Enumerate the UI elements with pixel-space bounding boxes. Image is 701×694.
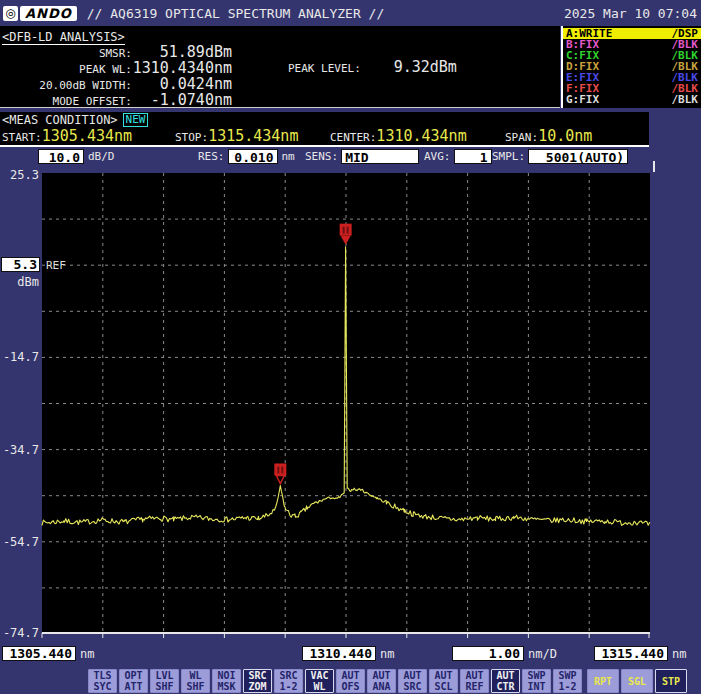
spectrum-plot: REF bbox=[42, 173, 650, 634]
softkey-swp-1-2[interactable]: SWP1-2 bbox=[553, 669, 582, 693]
meas-field: SPAN: 10.0nm bbox=[505, 127, 592, 145]
softkey-label-line2: INT bbox=[523, 681, 550, 692]
softkey-label-line1: OPT bbox=[120, 670, 147, 681]
meas-field: CENTER:1310.434nm bbox=[330, 127, 467, 145]
analysis-result-label: MODE OFFSET: bbox=[0, 95, 132, 108]
ando-logo-text: ANDO bbox=[20, 6, 77, 21]
page-title: // AQ6319 OPTICAL SPECTRUM ANALYZER // bbox=[87, 6, 384, 21]
main-peak-marker-icon bbox=[340, 224, 352, 245]
softkey-noi-msk[interactable]: NOIMSK bbox=[212, 669, 241, 693]
softkey-aut-ana[interactable]: AUTANA bbox=[367, 669, 396, 693]
meas-field-value: 1310.434nm bbox=[376, 127, 466, 145]
y-axis-unit: dBm bbox=[0, 275, 39, 289]
meas-condition-title: <MEAS CONDITION> bbox=[2, 113, 118, 127]
avg-field[interactable]: 1 bbox=[454, 149, 492, 164]
trace-name: G:FIX bbox=[566, 94, 599, 105]
softkey-label-line1: AUT bbox=[337, 670, 364, 681]
meas-field-label: SPAN: bbox=[505, 131, 538, 144]
softkey-opt-att[interactable]: OPTATT bbox=[119, 669, 148, 693]
peak-level-value: 9.32dBm bbox=[361, 58, 457, 76]
x-axis-row: 1305.440 nm 1310.440 nm 1.00 nm/D 1315.4… bbox=[0, 646, 701, 664]
meas-field-label: STOP: bbox=[175, 131, 208, 144]
meas-field-label: START: bbox=[2, 131, 42, 144]
trace-status-row[interactable]: G:FIX/BLK bbox=[563, 94, 701, 105]
x-end-cluster: 1315.440 nm bbox=[594, 646, 686, 661]
softkey-rpt[interactable]: RPT bbox=[587, 669, 619, 693]
softkey-src-zom[interactable]: SRCZOM bbox=[243, 669, 272, 693]
smpl-label: SMPL: bbox=[492, 150, 525, 163]
osa-screen: ◎ ANDO // AQ6319 OPTICAL SPECTRUM ANALYZ… bbox=[0, 0, 701, 694]
start-wl-field[interactable]: 1305.440 bbox=[2, 646, 76, 661]
softkey-aut-src[interactable]: AUTSRC bbox=[398, 669, 427, 693]
softkey-label-line2: 1-2 bbox=[275, 681, 302, 692]
analysis-result-value: -1.0740nm bbox=[132, 91, 232, 109]
div-field[interactable]: 1.00 bbox=[452, 646, 524, 661]
level-scale-cluster: 10.0 dB/D bbox=[38, 149, 115, 164]
meas-field: STOP:1315.434nm bbox=[175, 127, 298, 145]
smpl-field[interactable]: 5001(AUTO) bbox=[528, 149, 628, 164]
softkey-label-line2: SCL bbox=[430, 681, 457, 692]
softkey-label-line1: LVL bbox=[151, 670, 178, 681]
softkey-label-line2: SYC bbox=[89, 681, 116, 692]
dfb-ld-analysis-panel: <DFB-LD ANALYSIS> SMSR:51.89dBmPEAK WL:1… bbox=[0, 26, 560, 108]
softkey-wl-shf[interactable]: WLSHF bbox=[181, 669, 210, 693]
y-tick-4: -54.7 bbox=[0, 535, 39, 549]
datetime: 2025 Mar 10 07:04 bbox=[564, 6, 697, 21]
meas-field: START:1305.434nm bbox=[2, 127, 132, 145]
x-start-cluster: 1305.440 nm bbox=[2, 646, 94, 661]
softkey-aut-ref[interactable]: AUTREF bbox=[460, 669, 489, 693]
softkey-aut-ofs[interactable]: AUTOFS bbox=[336, 669, 365, 693]
analysis-result-label: 20.00dB WIDTH: bbox=[0, 79, 132, 92]
sampling-cluster: SMPL: 5001(AUTO) bbox=[492, 149, 628, 164]
end-wl-unit: nm bbox=[672, 647, 686, 661]
softkey-label-line1: RPT bbox=[588, 676, 618, 687]
sens-field[interactable]: MID bbox=[341, 149, 419, 164]
softkey-swp-int[interactable]: SWPINT bbox=[522, 669, 551, 693]
softkey-label-line1: AUT bbox=[368, 670, 395, 681]
x-div-cluster: 1.00 nm/D bbox=[452, 646, 557, 661]
avg-label: AVG: bbox=[424, 150, 451, 163]
softkey-sgl[interactable]: SGL bbox=[621, 669, 653, 693]
softkey-lvl-shf[interactable]: LVLSHF bbox=[150, 669, 179, 693]
meas-field-value: 1305.434nm bbox=[42, 127, 132, 145]
x-center-cluster: 1310.440 nm bbox=[302, 646, 394, 661]
softkey-label-line1: AUT bbox=[461, 670, 488, 681]
analysis-result-row: 20.00dB WIDTH:0.0424nm bbox=[0, 75, 232, 91]
softkey-aut-scl[interactable]: AUTSCL bbox=[429, 669, 458, 693]
div-unit: nm/D bbox=[528, 647, 557, 661]
softkey-label-line1: AUT bbox=[492, 670, 519, 681]
analysis-result-row: MODE OFFSET:-1.0740nm bbox=[0, 91, 232, 107]
ref-level-field[interactable]: 5.3 bbox=[1, 257, 40, 272]
side-peak-marker-icon bbox=[274, 463, 286, 483]
center-wl-field[interactable]: 1310.440 bbox=[302, 646, 376, 661]
softkey-stp[interactable]: STP bbox=[655, 669, 687, 693]
softkey-vac-wl[interactable]: VACWL bbox=[305, 669, 334, 693]
softkey-label-line2: SHF bbox=[151, 681, 178, 692]
meas-condition-fields: START:1305.434nmSTOP:1315.434nmCENTER:13… bbox=[0, 127, 649, 144]
softkey-tls-syc[interactable]: TLSSYC bbox=[88, 669, 117, 693]
softkey-label-line2: ANA bbox=[368, 681, 395, 692]
res-field[interactable]: 0.010 bbox=[228, 149, 278, 164]
header-bar: ◎ ANDO // AQ6319 OPTICAL SPECTRUM ANALYZ… bbox=[0, 0, 701, 26]
y-tick-3: -34.7 bbox=[0, 443, 39, 457]
peak-level-readout: PEAK LEVEL: 9.32dBm bbox=[288, 58, 457, 76]
softkey-label-line1: VAC bbox=[306, 670, 333, 681]
plot-right-tick bbox=[653, 161, 655, 172]
softkey-label-line2: SHF bbox=[182, 681, 209, 692]
peak-level-label: PEAK LEVEL: bbox=[288, 62, 361, 75]
softkey-src-1-2[interactable]: SRC1-2 bbox=[274, 669, 303, 693]
spectrum-trace-svg bbox=[42, 173, 650, 639]
ref-line-label: REF bbox=[46, 259, 66, 272]
analysis-result-label: PEAK WL: bbox=[0, 63, 132, 76]
meas-condition-header: <MEAS CONDITION> NEW bbox=[2, 112, 649, 127]
analysis-result-label: SMSR: bbox=[0, 47, 132, 60]
softkey-label-line2: REF bbox=[461, 681, 488, 692]
resolution-cluster: RES: 0.010 nm bbox=[198, 149, 295, 164]
softkey-label-line1: NOI bbox=[213, 670, 240, 681]
level-scale-field[interactable]: 10.0 bbox=[38, 149, 84, 164]
softkey-label-line2: OFS bbox=[337, 681, 364, 692]
softkey-label-line1: AUT bbox=[399, 670, 426, 681]
end-wl-field[interactable]: 1315.440 bbox=[594, 646, 668, 661]
softkey-aut-ctr[interactable]: AUTCTR bbox=[491, 669, 520, 693]
level-scale-unit: dB/D bbox=[88, 150, 115, 163]
